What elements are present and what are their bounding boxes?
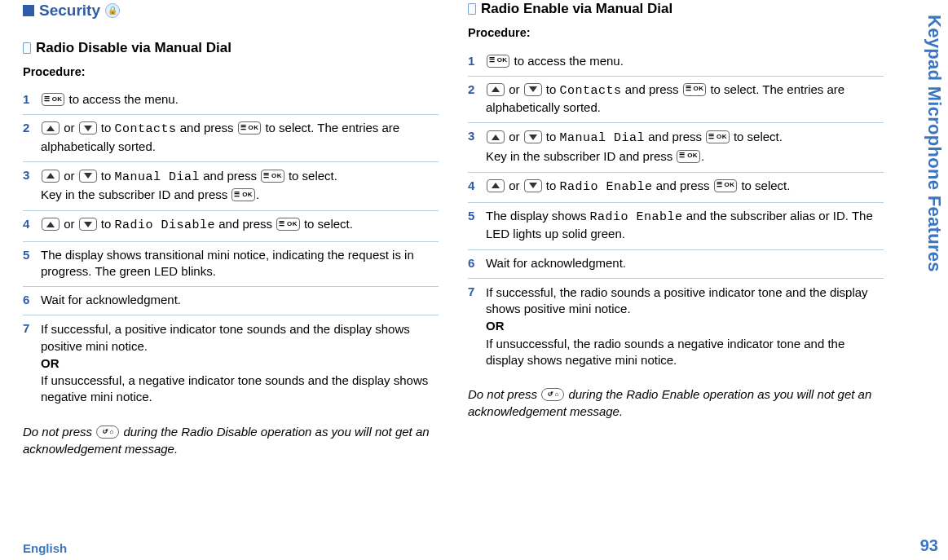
step-text: Key in the subscriber ID and press — [486, 149, 676, 163]
step-text: and press — [653, 179, 713, 192]
step-body: or to Radio Enable and press ☰ OK to sel… — [486, 178, 884, 196]
down-key-icon — [524, 83, 542, 96]
step-number: 3 — [23, 167, 33, 205]
step-2: 2 or to Contacts and press ☰ OK to selec… — [468, 77, 884, 124]
step-text: to select. — [301, 217, 353, 231]
step-number: 2 — [468, 82, 478, 117]
step-number: 1 — [23, 91, 33, 108]
step-number: 4 — [23, 216, 33, 234]
document-icon — [23, 42, 31, 54]
step-body: ☰ OK to access the menu. — [41, 91, 439, 108]
step-number: 5 — [23, 247, 33, 280]
step-text: The display shows transitional mini noti… — [41, 248, 414, 278]
step-text: to select. — [285, 169, 337, 183]
menu-item: Radio Disable — [115, 218, 216, 232]
step-text: to — [98, 169, 115, 183]
step-3: 3 or to Manual Dial and press ☰ OK to se… — [23, 162, 439, 212]
up-key-icon — [42, 121, 60, 134]
step-number: 2 — [23, 120, 33, 155]
step-6: 6 Wait for acknowledgment. — [468, 250, 884, 279]
step-text: or — [505, 82, 523, 96]
step-number: 7 — [468, 284, 478, 369]
step-text: and press — [645, 130, 705, 143]
footnote-text: Do not press — [468, 387, 540, 401]
footnote-text: Do not press — [23, 425, 95, 439]
or-label: OR — [41, 355, 439, 372]
up-key-icon — [487, 179, 505, 192]
down-key-icon — [524, 179, 542, 192]
lock-icon: 🔒 — [105, 3, 120, 18]
right-column: Radio Enable via Manual Dial Procedure: … — [468, 0, 884, 522]
step-text: Key in the subscriber ID and press — [41, 187, 231, 201]
step-text: to select. — [738, 179, 790, 192]
up-key-icon — [487, 83, 505, 96]
ok-key-icon: ☰ OK — [677, 150, 699, 163]
subsection-header: Radio Enable via Manual Dial — [468, 0, 884, 19]
step-text: If successful, the radio sounds a positi… — [486, 284, 884, 318]
step-text: to — [98, 217, 115, 231]
step-text: to — [543, 179, 560, 192]
step-body: or to Manual Dial and press ☰ OK to sele… — [41, 167, 439, 205]
step-1: 1 ☰ OK to access the menu. — [468, 48, 884, 77]
step-1: 1 ☰ OK to access the menu. — [23, 86, 439, 115]
subsection-title: Radio Enable via Manual Dial — [481, 0, 672, 19]
menu-item: Manual Dial — [115, 170, 201, 184]
ok-key-icon: ☰ OK — [683, 83, 706, 96]
step-number: 1 — [468, 53, 478, 69]
step-text: to access the menu. — [65, 92, 178, 106]
subsection-header: Radio Disable via Manual Dial — [23, 39, 439, 58]
footnote: Do not press ↺ ⌂ during the Radio Disabl… — [23, 423, 439, 457]
step-text: to — [543, 82, 560, 96]
ok-key-icon: ☰ OK — [42, 93, 64, 106]
step-number: 3 — [468, 128, 478, 165]
down-key-icon — [79, 170, 97, 183]
step-text: to — [98, 121, 115, 134]
step-text: Wait for acknowledgment. — [486, 256, 626, 270]
step-body: If successful, the radio sounds a positi… — [486, 284, 884, 369]
ok-key-icon: ☰ OK — [238, 121, 261, 134]
step-number: 7 — [23, 320, 33, 406]
step-text: or — [60, 169, 78, 183]
step-body: The display shows transitional mini noti… — [41, 247, 439, 280]
step-text: . — [701, 149, 704, 163]
step-text: or — [60, 217, 78, 231]
step-body: The display shows Radio Enable and the s… — [486, 208, 884, 243]
page-number: 93 — [920, 536, 938, 555]
page: Security 🔒 Radio Disable via Manual Dial… — [0, 0, 897, 522]
or-label: OR — [486, 318, 884, 334]
down-key-icon — [79, 218, 97, 231]
step-text: or — [505, 130, 523, 143]
section-title: Security — [39, 0, 100, 21]
step-5: 5 The display shows transitional mini no… — [23, 242, 439, 288]
step-7: 7 If successful, the radio sounds a posi… — [468, 279, 884, 376]
step-text: or — [60, 121, 78, 134]
step-body: Wait for acknowledgment. — [486, 255, 884, 271]
up-key-icon — [487, 130, 505, 143]
left-column: Security 🔒 Radio Disable via Manual Dial… — [23, 0, 439, 522]
menu-item: Contacts — [560, 84, 622, 98]
back-key-icon: ↺ ⌂ — [541, 388, 564, 401]
menu-item: Radio Enable — [560, 180, 653, 194]
document-icon — [468, 3, 476, 15]
step-4: 4 or to Radio Disable and press ☰ OK to … — [23, 211, 439, 241]
step-number: 6 — [468, 255, 478, 271]
step-number: 4 — [468, 178, 478, 196]
step-body: or to Contacts and press ☰ OK to select.… — [486, 82, 884, 117]
up-key-icon — [42, 218, 60, 231]
side-tab-label: Keypad Microphone Features — [924, 15, 945, 272]
menu-item: Manual Dial — [560, 131, 646, 145]
step-number: 6 — [23, 292, 33, 308]
section-bullet-icon — [23, 5, 34, 16]
language-label: English — [23, 541, 67, 555]
step-text: or — [505, 179, 523, 192]
up-key-icon — [42, 170, 60, 183]
step-body: If successful, a positive indicator tone… — [41, 320, 439, 406]
down-key-icon — [524, 130, 542, 143]
back-key-icon: ↺ ⌂ — [96, 426, 119, 439]
subsection-title: Radio Disable via Manual Dial — [36, 39, 231, 58]
step-text: to — [543, 130, 560, 143]
step-3: 3 or to Manual Dial and press ☰ OK to se… — [468, 123, 884, 173]
step-text: The display shows — [486, 209, 590, 223]
step-text: and press — [177, 121, 237, 134]
procedure-label: Procedure: — [23, 64, 439, 81]
